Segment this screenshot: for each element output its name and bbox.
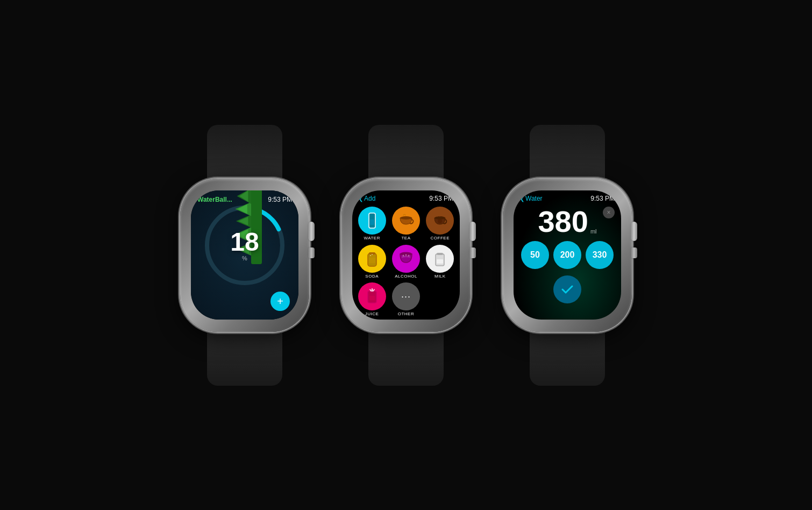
watch-crown-1 bbox=[308, 222, 315, 241]
watch-3: ❮ Water 9:53 PM 380 ml × 50 200 330 bbox=[503, 125, 632, 386]
drink-item-milk[interactable]: MILK bbox=[425, 245, 455, 280]
watch-band-top-3 bbox=[530, 125, 605, 179]
watch-btn-3 bbox=[631, 247, 637, 258]
watch2-back-label: Add bbox=[364, 195, 375, 202]
drink-label-tea: TEA bbox=[401, 236, 410, 240]
svg-point-21 bbox=[370, 255, 371, 256]
confirm-button[interactable] bbox=[553, 275, 581, 303]
juice-icon bbox=[366, 288, 379, 305]
drink-label-soda: SODA bbox=[365, 274, 379, 279]
watch-crown-2 bbox=[469, 222, 476, 241]
amount-buttons: 50 200 330 bbox=[514, 239, 621, 271]
watch-band-top-2 bbox=[368, 125, 444, 179]
watch3-back[interactable]: ❮ Water bbox=[520, 195, 543, 202]
watches-container: WaterBall... 9:53 PM bbox=[180, 125, 632, 386]
drink-item-tea[interactable]: TEA bbox=[390, 207, 421, 242]
watch-screen-1: WaterBall... 9:53 PM bbox=[191, 190, 298, 320]
watch-screen-3: ❮ Water 9:53 PM 380 ml × 50 200 330 bbox=[514, 190, 621, 320]
watch-1: WaterBall... 9:53 PM bbox=[180, 125, 309, 386]
svg-rect-28 bbox=[437, 253, 443, 255]
watch-case-2: ❮ Add 9:53 PM bbox=[341, 179, 471, 332]
screen-add: ❮ Add 9:53 PM bbox=[352, 190, 460, 320]
drink-circle-other: ··· bbox=[392, 282, 420, 310]
chevron-left-icon: ❮ bbox=[359, 196, 363, 202]
svg-point-17 bbox=[438, 219, 442, 223]
watch3-header: ❮ Water 9:53 PM bbox=[514, 190, 621, 204]
svg-point-24 bbox=[402, 254, 404, 256]
tea-icon bbox=[398, 214, 414, 228]
watch3-time: 9:53 PM bbox=[590, 195, 615, 202]
amount-number: 380 bbox=[538, 207, 588, 237]
percentage-display: 18 % bbox=[230, 229, 259, 261]
drink-circle-coffee bbox=[426, 207, 454, 235]
drink-label-water: WATER bbox=[364, 236, 380, 240]
watch-case-3: ❮ Water 9:53 PM 380 ml × 50 200 330 bbox=[503, 179, 632, 332]
drink-item-water[interactable]: WATER bbox=[357, 207, 387, 242]
drink-circle-milk bbox=[426, 245, 454, 273]
watch-band-bottom-1 bbox=[207, 332, 282, 386]
amount-btn-50[interactable]: 50 bbox=[521, 241, 549, 269]
drink-circle-soda bbox=[358, 245, 386, 273]
watch-band-bottom-2 bbox=[368, 332, 444, 386]
watch2-back[interactable]: ❮ Add bbox=[359, 195, 375, 202]
alcohol-icon bbox=[398, 251, 414, 267]
watch-2: ❮ Add 9:53 PM bbox=[341, 125, 471, 386]
soda-icon bbox=[366, 250, 379, 267]
coffee-icon bbox=[432, 214, 448, 228]
screen-water: ❮ Water 9:53 PM 380 ml × 50 200 330 bbox=[514, 190, 621, 320]
svg-rect-19 bbox=[369, 258, 375, 263]
screen-waterball: WaterBall... 9:53 PM bbox=[191, 190, 298, 320]
watch-case-1: WaterBall... 9:53 PM bbox=[180, 179, 309, 332]
watch-band-bottom-3 bbox=[530, 332, 605, 386]
watch-band-top-1 bbox=[207, 125, 282, 179]
drink-label-juice: JUICE bbox=[365, 311, 379, 316]
drink-label-coffee: COFFEE bbox=[431, 236, 450, 240]
drink-item-other[interactable]: ··· OTHER bbox=[390, 282, 421, 317]
watch-btn-1 bbox=[308, 247, 315, 258]
drink-item-alcohol[interactable]: ALCOHOL bbox=[390, 245, 421, 280]
add-button-1[interactable]: + bbox=[270, 292, 290, 311]
svg-point-22 bbox=[372, 254, 373, 255]
drink-label-alcohol: ALCOHOL bbox=[395, 274, 417, 279]
svg-marker-12 bbox=[239, 190, 248, 202]
watch-crown-3 bbox=[631, 222, 637, 241]
drink-circle-water bbox=[358, 207, 386, 235]
chevron-left-icon-3: ❮ bbox=[520, 196, 524, 202]
drink-circle-alcohol bbox=[392, 245, 420, 273]
other-dots-icon: ··· bbox=[401, 291, 411, 302]
percentage-number: 18 bbox=[230, 229, 259, 255]
svg-marker-10 bbox=[238, 204, 247, 214]
drink-circle-tea bbox=[392, 207, 420, 235]
watch-screen-2: ❮ Add 9:53 PM bbox=[352, 190, 460, 320]
drink-label-milk: MILK bbox=[435, 274, 446, 279]
watch-btn-2 bbox=[469, 247, 476, 258]
drink-item-juice[interactable]: JUICE bbox=[357, 282, 387, 317]
drink-grid: WATER T bbox=[352, 204, 460, 320]
svg-rect-31 bbox=[369, 296, 375, 300]
amount-btn-200[interactable]: 200 bbox=[553, 241, 581, 269]
amount-btn-330[interactable]: 330 bbox=[586, 241, 614, 269]
amount-unit: ml bbox=[590, 228, 597, 235]
drink-item-coffee[interactable]: COFFEE bbox=[425, 207, 455, 242]
watch2-time: 9:53 PM bbox=[429, 195, 453, 202]
drink-label-other: OTHER bbox=[398, 311, 415, 316]
amount-section: 380 ml × bbox=[514, 204, 621, 239]
svg-point-25 bbox=[405, 254, 407, 256]
percentage-label: % bbox=[242, 255, 247, 261]
checkmark-icon bbox=[561, 285, 573, 294]
drink-circle-juice bbox=[358, 282, 386, 310]
svg-rect-14 bbox=[370, 219, 374, 225]
drink-item-soda[interactable]: SODA bbox=[357, 245, 387, 280]
circular-progress: 18 % bbox=[202, 202, 288, 288]
milk-icon bbox=[434, 251, 446, 267]
water-icon bbox=[365, 212, 379, 229]
svg-point-15 bbox=[400, 216, 412, 219]
watch3-back-label: Water bbox=[525, 195, 543, 202]
confirm-section bbox=[514, 271, 621, 308]
watch2-header: ❮ Add 9:53 PM bbox=[352, 190, 460, 204]
svg-rect-29 bbox=[437, 259, 443, 264]
svg-point-26 bbox=[408, 254, 409, 256]
close-button[interactable]: × bbox=[603, 207, 615, 218]
